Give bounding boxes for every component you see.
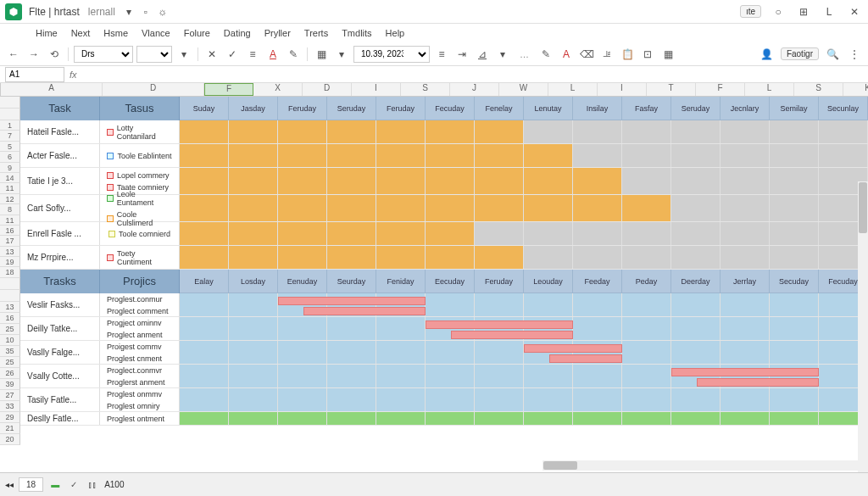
size-select[interactable] <box>136 46 172 63</box>
gantt-bar[interactable] <box>697 378 819 387</box>
task-row[interactable]: Vsally Cotte...Proglect.conmvrProglerst … <box>20 365 868 388</box>
search-icon[interactable]: 🔍 <box>824 47 841 62</box>
more-icon[interactable]: ⋮ <box>846 47 863 62</box>
row-header[interactable]: 35 <box>0 346 20 357</box>
gantt-bar[interactable] <box>549 354 622 363</box>
col-header[interactable]: X <box>253 83 303 96</box>
pen-icon[interactable]: ✎ <box>537 47 554 62</box>
row-header[interactable]: 33 <box>0 401 20 412</box>
name-box[interactable] <box>5 67 64 82</box>
minimize-button[interactable]: L <box>821 3 837 20</box>
indent-icon[interactable]: ⇥ <box>453 47 470 62</box>
dropdown2-icon[interactable]: ▾ <box>175 47 192 62</box>
row-header[interactable] <box>0 290 20 302</box>
row-header[interactable]: 5 <box>0 142 20 152</box>
dropdown-icon[interactable]: ▾ <box>120 3 137 20</box>
row-header[interactable]: 25 <box>0 357 20 368</box>
menu-next[interactable]: Next <box>66 26 96 40</box>
align-left-icon[interactable]: ≡ <box>433 47 450 62</box>
date-select[interactable]: 10.39, 2023 <box>353 46 430 63</box>
row-header[interactable]: 21 <box>0 423 20 434</box>
col-header[interactable]: K <box>843 83 868 96</box>
row-header[interactable]: 17 <box>0 236 20 246</box>
menu-hsme[interactable]: Hsme <box>98 26 133 40</box>
menu-tmdlits[interactable]: Tmdlits <box>337 26 376 40</box>
task-row[interactable]: Mz Prrpire...Toety Cuntiment <box>20 246 868 270</box>
forward-icon[interactable]: → <box>25 47 42 62</box>
row-header[interactable]: 9 <box>0 163 20 173</box>
col-header[interactable]: I <box>598 83 647 96</box>
task-row[interactable]: Vaslly Falge...Proigest commvProglest cn… <box>20 341 868 365</box>
row-header[interactable]: 39 <box>0 379 20 390</box>
status-chart-icon[interactable]: ⫿⫿ <box>86 478 99 492</box>
task-row[interactable]: Acter Fasle...Toole Eablintent <box>20 144 868 168</box>
row-header[interactable]: 13 <box>0 302 20 313</box>
row-header[interactable] <box>0 97 20 109</box>
col-header[interactable]: D <box>303 83 352 96</box>
row-header[interactable]: 11 <box>0 215 20 226</box>
sheet-nav-prev[interactable]: ◂◂ <box>5 480 14 489</box>
row-header[interactable] <box>0 278 20 290</box>
chart-icon[interactable]: ⫡ <box>598 47 615 62</box>
row-header[interactable]: 29 <box>0 412 20 423</box>
col-header[interactable]: L <box>745 83 794 96</box>
col-header[interactable]: S <box>794 83 843 96</box>
row-header[interactable]: 19 <box>0 257 20 267</box>
task-row[interactable]: Tasily Fatle...Proglest onmmvProglest om… <box>20 388 868 412</box>
row-header[interactable]: 25 <box>0 324 20 335</box>
border-icon[interactable]: ▦ <box>313 47 330 62</box>
gantt-bar[interactable] <box>278 297 426 305</box>
gantt-bar[interactable] <box>303 307 426 315</box>
col-header[interactable]: S <box>401 83 450 96</box>
task-row[interactable]: Deslly Fatle...Proglest ontment <box>20 412 868 426</box>
gantt-bar[interactable] <box>524 344 622 353</box>
font-color-icon[interactable]: A <box>264 47 281 62</box>
close-button[interactable]: ✕ <box>846 3 863 20</box>
align-icon[interactable]: ≡ <box>244 47 261 62</box>
row-header[interactable]: 12 <box>0 194 20 204</box>
col-header[interactable]: D <box>103 83 204 96</box>
clear-icon[interactable]: ✕ <box>203 47 220 62</box>
row-header[interactable]: 8 <box>0 204 20 215</box>
grid2-icon[interactable]: ▦ <box>659 47 676 62</box>
menu-vlance[interactable]: Vlance <box>136 26 175 40</box>
col-header[interactable]: T <box>647 83 696 96</box>
row-header[interactable]: 6 <box>0 152 20 162</box>
task-row[interactable]: Enrell Fasle ...Toole comnierd <box>20 222 868 246</box>
tag-pill[interactable]: ıte <box>740 5 761 18</box>
menu-trerts[interactable]: Trerts <box>299 26 333 40</box>
menu-help[interactable]: Help <box>381 26 410 40</box>
folder-icon[interactable]: ▫ <box>137 3 154 20</box>
border-dropdown-icon[interactable]: ▾ <box>333 47 350 62</box>
row-header[interactable]: 11 <box>0 183 20 193</box>
col-header[interactable]: L <box>548 83 598 96</box>
row-header[interactable]: 14 <box>0 173 20 183</box>
row-header[interactable]: 20 <box>0 434 20 445</box>
menu-folure[interactable]: Folure <box>179 26 215 40</box>
col-header[interactable]: F <box>696 83 745 96</box>
gantt-bar[interactable] <box>451 331 573 339</box>
gantt-bar[interactable] <box>671 368 819 376</box>
col-header[interactable]: J <box>450 83 499 96</box>
user-icon[interactable]: 👤 <box>759 47 776 62</box>
check-icon[interactable]: ✓ <box>224 47 241 62</box>
dropdown3-icon[interactable]: ▾ <box>494 47 511 62</box>
eraser-icon[interactable]: ⌫ <box>578 47 595 62</box>
scrollbar-horizontal[interactable] <box>542 460 858 471</box>
app-icon[interactable] <box>5 3 22 20</box>
row-header[interactable]: 7 <box>0 131 20 141</box>
col-header[interactable]: F <box>204 83 253 96</box>
underline-icon[interactable]: ⊿ <box>474 47 491 62</box>
task-row[interactable]: Cart Sofly...Leole EuntamentCoole Culsli… <box>20 195 868 222</box>
row-header[interactable]: 10 <box>0 335 20 346</box>
task-row[interactable]: Veslir Fasks...Proglest.conmurProglect c… <box>20 293 868 317</box>
menu-hime[interactable]: Hime <box>31 26 63 40</box>
gantt-bar[interactable] <box>426 320 573 329</box>
grid-icon[interactable]: ⊞ <box>795 3 812 20</box>
menu-dating[interactable]: Dating <box>219 26 256 40</box>
row-header[interactable]: 18 <box>0 267 20 277</box>
brush-icon[interactable]: ✎ <box>285 47 302 62</box>
col-header[interactable]: I <box>352 83 401 96</box>
col-header[interactable]: A <box>1 83 103 96</box>
menu-pryller[interactable]: Pryller <box>259 26 296 40</box>
